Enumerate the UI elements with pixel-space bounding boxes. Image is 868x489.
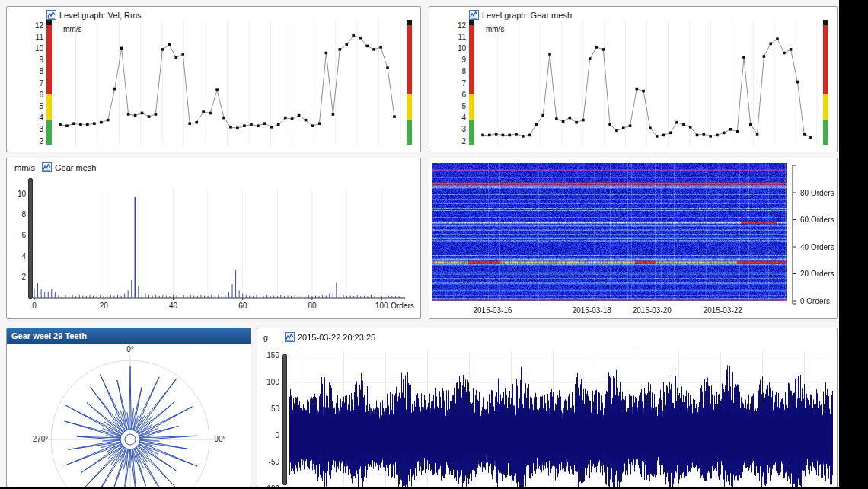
- svg-text:5: 5: [39, 102, 43, 110]
- svg-text:12: 12: [458, 21, 467, 30]
- polar-chart[interactable]: 0°90°270°: [7, 344, 251, 487]
- polar-panel-title-bar[interactable]: Gear weel 29 Teeth: [7, 328, 251, 344]
- svg-text:4: 4: [21, 252, 26, 260]
- svg-text:0: 0: [32, 302, 37, 310]
- svg-text:100: 100: [375, 302, 388, 310]
- svg-text:11: 11: [36, 33, 44, 41]
- svg-text:4: 4: [461, 113, 466, 122]
- panel-title: Level graph: Gear mesh: [482, 11, 572, 20]
- svg-text:50: 50: [271, 404, 280, 413]
- waveform-chart[interactable]: 150100500-50-100: [257, 328, 838, 487]
- svg-text:6: 6: [21, 231, 26, 239]
- svg-text:40 Orders: 40 Orders: [800, 243, 834, 251]
- svg-text:100: 100: [266, 378, 279, 386]
- alarm-bar-left-cap: [469, 20, 474, 25]
- app-window: 12111098765432mm/s Level graph: Vel, Rms…: [0, 0, 868, 489]
- panel-title: Level graph: Vel, Rms: [59, 11, 142, 20]
- y-scale-slider[interactable]: [282, 354, 287, 485]
- alarm-bar-right: [407, 120, 412, 145]
- alarm-bar-right: [823, 25, 828, 94]
- svg-text:2015-03-20: 2015-03-20: [633, 306, 672, 315]
- panel-gear-wheel-polar: 0°90°270° Gear weel 29 Teeth: [6, 328, 251, 487]
- panel-header: Level graph: Gear mesh: [469, 10, 572, 20]
- svg-text:20 Orders: 20 Orders: [800, 270, 834, 278]
- svg-text:2: 2: [39, 137, 43, 145]
- alarm-bar-left: [46, 25, 52, 94]
- panel-level-graph-vel-rms: 12111098765432mm/s Level graph: Vel, Rms: [6, 6, 421, 152]
- alarm-bar-right: [407, 94, 412, 120]
- svg-text:mm/s: mm/s: [63, 25, 81, 34]
- svg-text:mm/s: mm/s: [486, 25, 504, 34]
- waveform-axes: 150100500-50-100: [257, 328, 838, 487]
- svg-text:2015-03-22: 2015-03-22: [704, 306, 743, 315]
- alarm-bar-right: [407, 25, 412, 94]
- svg-text:60 Orders: 60 Orders: [800, 216, 834, 224]
- panel-header: Level graph: Vel, Rms: [46, 10, 142, 20]
- waveform-timestamp: 2015-03-22 20:23:25: [298, 333, 375, 342]
- alarm-bar-left: [46, 120, 52, 145]
- alarm-bar-left: [469, 120, 474, 145]
- svg-text:20: 20: [100, 302, 109, 310]
- screen-edge-right: [839, 0, 868, 489]
- svg-text:-50: -50: [269, 458, 280, 466]
- alarm-bar-right: [823, 94, 828, 120]
- svg-text:10: 10: [458, 44, 467, 53]
- svg-text:2015-03-16: 2015-03-16: [473, 306, 512, 315]
- svg-text:5: 5: [461, 102, 466, 110]
- svg-text:60: 60: [238, 302, 247, 310]
- level-chart-vel-rms[interactable]: 12111098765432mm/s: [7, 7, 421, 152]
- svg-text:3: 3: [461, 125, 466, 133]
- svg-text:9: 9: [461, 56, 466, 64]
- svg-text:8: 8: [461, 67, 466, 75]
- svg-text:Orders: Orders: [391, 302, 414, 310]
- svg-text:11: 11: [458, 33, 467, 41]
- svg-text:7: 7: [461, 79, 466, 88]
- y-axis-unit-label: g: [263, 333, 268, 342]
- svg-text:12: 12: [35, 21, 44, 30]
- svg-text:7: 7: [39, 79, 43, 88]
- level-chart-gear-mesh[interactable]: 12111098765432mm/s: [429, 7, 838, 152]
- svg-text:80 Orders: 80 Orders: [800, 189, 834, 197]
- alarm-bar-right: [823, 120, 828, 145]
- svg-text:2015-03-18: 2015-03-18: [573, 306, 612, 315]
- panel-time-waveform: 150100500-50-100 g 2015-03-22 20:23:25: [257, 328, 838, 487]
- panel-level-graph-gear-mesh: 12111098765432mm/s Level graph: Gear mes…: [429, 6, 838, 152]
- svg-text:8: 8: [39, 67, 43, 75]
- svg-text:0: 0: [275, 431, 279, 439]
- panel-header: 2015-03-22 20:23:25: [285, 332, 375, 342]
- spectrum-chart[interactable]: 108642020406080100Orders: [7, 158, 421, 319]
- panel-title: Gear mesh: [55, 163, 96, 172]
- svg-text:40: 40: [169, 302, 178, 310]
- svg-text:90°: 90°: [214, 435, 225, 443]
- svg-text:80: 80: [308, 302, 317, 310]
- svg-text:10: 10: [35, 44, 44, 53]
- svg-text:3: 3: [39, 125, 43, 133]
- alarm-bar-right-cap: [823, 20, 828, 25]
- svg-text:4: 4: [39, 113, 43, 122]
- svg-text:8: 8: [21, 210, 26, 219]
- panel-order-spectrogram: 80 Orders60 Orders40 Orders20 Orders0 Or…: [429, 158, 838, 319]
- svg-text:2: 2: [461, 137, 466, 145]
- level-graph-icon: [469, 10, 479, 20]
- spectrogram-axes: 80 Orders60 Orders40 Orders20 Orders0 Or…: [429, 158, 838, 319]
- alarm-bar-left: [469, 94, 474, 120]
- panel-header: Gear mesh: [42, 162, 96, 172]
- svg-text:6: 6: [461, 91, 466, 99]
- y-axis-unit-label: mm/s: [14, 163, 35, 172]
- spectrogram-chart[interactable]: 80 Orders60 Orders40 Orders20 Orders0 Or…: [429, 158, 838, 319]
- svg-text:2: 2: [21, 273, 26, 281]
- panel-spectrum-gear-mesh: 108642020406080100Orders mm/s Gear mesh: [6, 158, 421, 319]
- svg-text:150: 150: [266, 351, 279, 360]
- alarm-bar-left: [46, 94, 52, 120]
- level-graph-icon: [46, 10, 56, 20]
- svg-text:270°: 270°: [33, 435, 49, 443]
- alarm-bar-left: [469, 25, 474, 94]
- svg-text:0°: 0°: [126, 345, 134, 353]
- time-signal-icon: [285, 332, 295, 342]
- svg-text:9: 9: [39, 56, 43, 64]
- alarm-bar-right-cap: [407, 20, 412, 25]
- alarm-bar-left-cap: [46, 20, 52, 25]
- spectrum-icon: [42, 162, 52, 172]
- svg-text:10: 10: [18, 190, 27, 198]
- y-scale-slider[interactable]: [28, 178, 33, 299]
